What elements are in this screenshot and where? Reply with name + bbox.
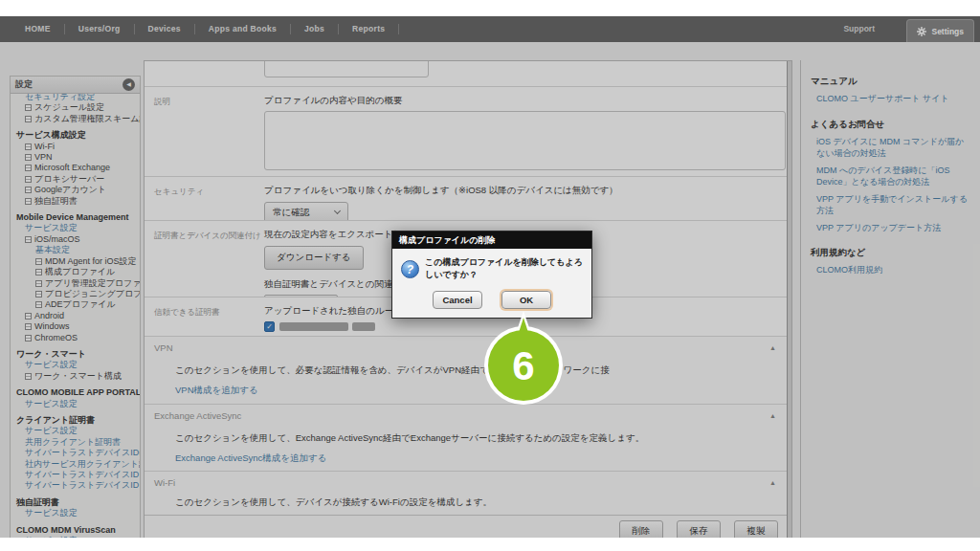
cancel-button[interactable]: Cancel [433, 291, 482, 309]
delete-confirm-dialog: 構成プロファイルの削除 ? この構成プロファイルを削除してもよろしいですか？ C… [391, 231, 592, 319]
dialog-title: 構成プロファイルの削除 [392, 231, 591, 249]
ok-button[interactable]: OK [501, 291, 551, 309]
question-icon: ? [401, 260, 419, 278]
app-window: HOMEUsers/OrgDevicesApps and BooksJobsRe… [0, 16, 980, 538]
dialog-message: この構成プロファイルを削除してもよろしいですか？ [425, 256, 583, 281]
